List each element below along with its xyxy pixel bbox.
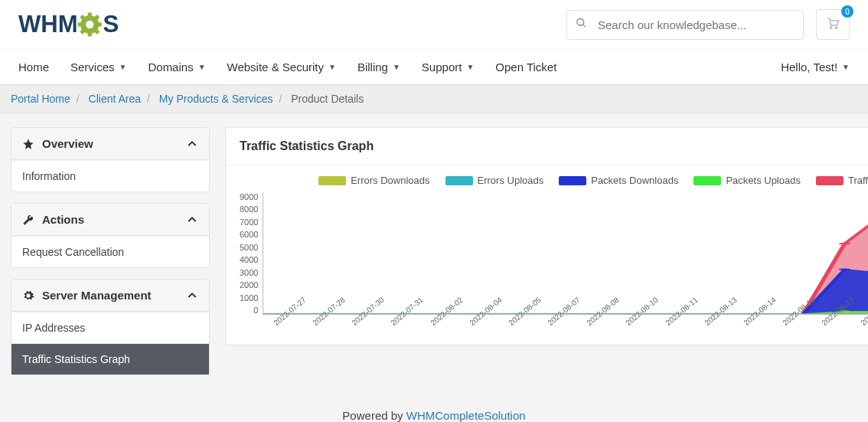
sidebar-item-ip-addresses[interactable]: IP Addresses (11, 312, 209, 343)
x-axis: 2022-07-272022-07-282022-07-302022-07-31… (267, 315, 868, 331)
chevron-down-icon: ▼ (119, 63, 127, 71)
traffic-card: Traffic Statistics Graph Errors Download… (225, 127, 868, 345)
wrench-icon (22, 214, 34, 226)
svg-line-13 (582, 25, 585, 27)
sidebar-actions-head[interactable]: Actions (11, 204, 209, 236)
nav-open-ticket[interactable]: Open Ticket (495, 50, 556, 84)
legend-errors-downloads[interactable]: Errors Downloads (318, 175, 429, 186)
legend-packets-uploads[interactable]: Packets Uploads (693, 175, 801, 186)
sidebar-overview-panel: Overview Information (11, 127, 210, 192)
chevron-down-icon: ▼ (198, 63, 206, 71)
footer: Powered by WHMCompleteSolution (0, 386, 868, 422)
sidebar-item-request-cancellation[interactable]: Request Cancellation (11, 236, 209, 267)
svg-line-9 (81, 31, 83, 33)
chevron-down-icon: ▼ (466, 63, 474, 71)
chart-legend: Errors Downloads Errors Uploads Packets … (240, 175, 868, 186)
breadcrumb-current: Product Details (291, 93, 364, 105)
star-icon (22, 138, 34, 150)
sidebar-item-traffic-stats[interactable]: Traffic Statistics Graph (11, 343, 209, 375)
search-input[interactable] (566, 10, 804, 40)
sidebar-server-panel: Server Management IP Addresses Traffic S… (11, 279, 210, 375)
svg-line-10 (96, 16, 98, 18)
logo[interactable]: WHMS (18, 10, 164, 39)
svg-point-14 (830, 27, 832, 28)
svg-point-21 (839, 268, 851, 270)
gear-icon (22, 290, 34, 302)
legend-traffics-downloads[interactable]: Traffics Downloads (816, 175, 868, 186)
svg-text:S: S (103, 11, 119, 38)
breadcrumb-client[interactable]: Client Area (89, 93, 141, 105)
svg-point-16 (839, 243, 851, 245)
breadcrumb-products[interactable]: My Products & Services (159, 93, 273, 105)
main-content: Traffic Statistics Graph Errors Download… (225, 127, 868, 386)
breadcrumb: Portal Home/ Client Area/ My Products & … (0, 85, 868, 113)
breadcrumb-portal[interactable]: Portal Home (11, 93, 70, 105)
cart-button[interactable]: 0 (816, 9, 850, 40)
chevron-down-icon: ▼ (328, 63, 336, 71)
main-nav: Home Services▼ Domains▼ Website & Securi… (0, 50, 868, 85)
chevron-down-icon: ▼ (393, 63, 400, 71)
nav-user-greeting[interactable]: Hello, Test!▼ (781, 61, 850, 74)
footer-link[interactable]: WHMCompleteSolution (406, 409, 526, 422)
nav-services[interactable]: Services▼ (70, 50, 126, 84)
chevron-up-icon (186, 214, 198, 226)
nav-support[interactable]: Support▼ (422, 50, 474, 84)
nav-list: Home Services▼ Domains▼ Website & Securi… (18, 50, 556, 84)
search-box (566, 10, 804, 40)
search-icon (576, 18, 587, 32)
top-header: WHMS 0 (0, 0, 868, 50)
sidebar-overview-head[interactable]: Overview (11, 128, 209, 160)
nav-domains[interactable]: Domains▼ (148, 50, 205, 84)
svg-line-8 (96, 31, 98, 33)
nav-home[interactable]: Home (18, 50, 49, 84)
chevron-down-icon: ▼ (842, 63, 850, 71)
legend-errors-uploads[interactable]: Errors Uploads (445, 175, 544, 186)
legend-packets-downloads[interactable]: Packets Downloads (559, 175, 678, 186)
chevron-up-icon (186, 138, 198, 150)
nav-billing[interactable]: Billing▼ (357, 50, 400, 84)
card-title-row: Traffic Statistics Graph (226, 128, 868, 165)
y-axis: 9000800070006000500040003000200010000 (240, 192, 263, 315)
card-title: Traffic Statistics Graph (240, 139, 374, 153)
svg-text:WHM: WHM (18, 11, 78, 38)
cart-badge: 0 (841, 5, 853, 18)
svg-point-12 (577, 18, 584, 25)
sidebar-item-information[interactable]: Information (11, 160, 209, 191)
sidebar-actions-panel: Actions Request Cancellation (11, 203, 210, 268)
sidebar: Overview Information Actions Request Can… (11, 127, 210, 386)
sidebar-server-head[interactable]: Server Management (11, 280, 209, 312)
svg-point-15 (835, 27, 837, 28)
svg-point-2 (86, 21, 93, 28)
svg-line-7 (81, 16, 83, 18)
nav-website-security[interactable]: Website & Security▼ (227, 50, 336, 84)
chevron-up-icon (186, 290, 198, 302)
